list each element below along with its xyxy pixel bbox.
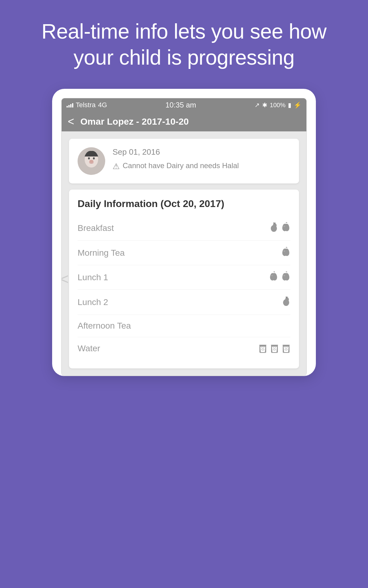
nav-bar: < Omar Lopez - 2017-10-20 [62, 112, 306, 131]
profile-date: Sep 01, 2016 [113, 147, 290, 157]
profile-card: Sep 01, 2016 ⚠ Cannot have Dairy and nee… [69, 139, 299, 183]
meal-row: Lunch 1 [78, 265, 290, 290]
meal-icons-breakfast [270, 222, 290, 234]
charging-icon: ⚡ [294, 101, 301, 109]
carrier-label: Telstra [76, 101, 96, 109]
signal-bar-4 [72, 103, 73, 107]
apple-icon [281, 247, 290, 259]
svg-point-3 [93, 157, 95, 160]
meal-row: Morning Tea [78, 241, 290, 265]
meal-label-lunch2: Lunch 2 [78, 297, 108, 307]
header-title: Real-time info lets you see how your chi… [25, 18, 343, 70]
meal-icons-lunch2 [282, 296, 290, 308]
meal-row: Lunch 2 [78, 290, 290, 315]
meal-label-morning-tea: Morning Tea [78, 248, 125, 258]
apple-icon [281, 222, 290, 234]
svg-point-8 [283, 226, 285, 227]
nav-title: Omar Lopez - 2017-10-20 [80, 116, 189, 127]
pear-icon [282, 296, 290, 308]
phone-container: Telstra 4G 10:35 am ↗ ✱ 100% ▮ ⚡ < Omar … [52, 89, 316, 376]
battery-icon: ▮ [288, 101, 291, 109]
bluetooth-icon: ✱ [262, 101, 267, 109]
signal-bar-2 [68, 105, 70, 107]
daily-card-wrapper: < Daily Information (Oct 20, 2017) Break… [69, 190, 299, 368]
status-right: ↗ ✱ 100% ▮ ⚡ [255, 101, 301, 109]
daily-card: Daily Information (Oct 20, 2017) Breakfa… [69, 190, 299, 368]
side-chevron[interactable]: < [61, 270, 69, 288]
location-icon: ↗ [255, 101, 260, 109]
content-area: Sep 01, 2016 ⚠ Cannot have Dairy and nee… [62, 131, 306, 376]
svg-point-11 [283, 275, 285, 276]
svg-point-13 [285, 297, 289, 302]
svg-rect-19 [271, 345, 278, 347]
meal-row: Breakfast [78, 216, 290, 241]
cup-icon [270, 343, 279, 354]
avatar [78, 147, 105, 175]
svg-rect-15 [260, 345, 266, 347]
meal-row: Water [78, 337, 290, 360]
daily-title: Daily Information (Oct 20, 2017) [78, 198, 290, 209]
status-left: Telstra 4G [67, 101, 107, 109]
cup-icon [259, 343, 267, 354]
meal-row: Afternoon Tea [78, 315, 290, 337]
meal-label-afternoon-tea: Afternoon Tea [78, 321, 131, 331]
apple-icon [269, 271, 278, 283]
header-section: Real-time info lets you see how your chi… [0, 0, 368, 86]
svg-rect-23 [283, 345, 289, 347]
svg-point-9 [283, 251, 285, 252]
profile-alert: ⚠ Cannot have Dairy and needs Halal [113, 160, 290, 172]
network-label: 4G [98, 101, 107, 109]
meal-label-breakfast: Breakfast [78, 223, 114, 233]
time-display: 10:35 am [165, 101, 196, 109]
meal-icons-water [259, 343, 290, 354]
signal-bar-1 [67, 106, 68, 107]
svg-point-6 [273, 223, 277, 228]
meal-label-lunch1: Lunch 1 [78, 273, 108, 282]
battery-label: 100% [270, 102, 286, 109]
meal-icons-morning-tea [281, 247, 290, 259]
signal-bar-3 [70, 104, 71, 107]
svg-point-2 [88, 157, 90, 160]
meal-label-water: Water [78, 344, 100, 353]
signal-bars [67, 103, 73, 107]
svg-point-4 [89, 160, 94, 163]
alert-icon: ⚠ [113, 161, 120, 172]
phone-screen: Telstra 4G 10:35 am ↗ ✱ 100% ▮ ⚡ < Omar … [61, 98, 307, 376]
cup-icon [282, 343, 290, 354]
meal-icons-lunch1 [269, 271, 290, 283]
status-bar: Telstra 4G 10:35 am ↗ ✱ 100% ▮ ⚡ [62, 98, 306, 112]
apple-icon [281, 271, 290, 283]
alert-text: Cannot have Dairy and needs Halal [123, 160, 239, 171]
back-button[interactable]: < [68, 116, 74, 127]
svg-point-10 [271, 275, 273, 276]
pear-icon [270, 222, 278, 234]
profile-info: Sep 01, 2016 ⚠ Cannot have Dairy and nee… [113, 147, 290, 172]
